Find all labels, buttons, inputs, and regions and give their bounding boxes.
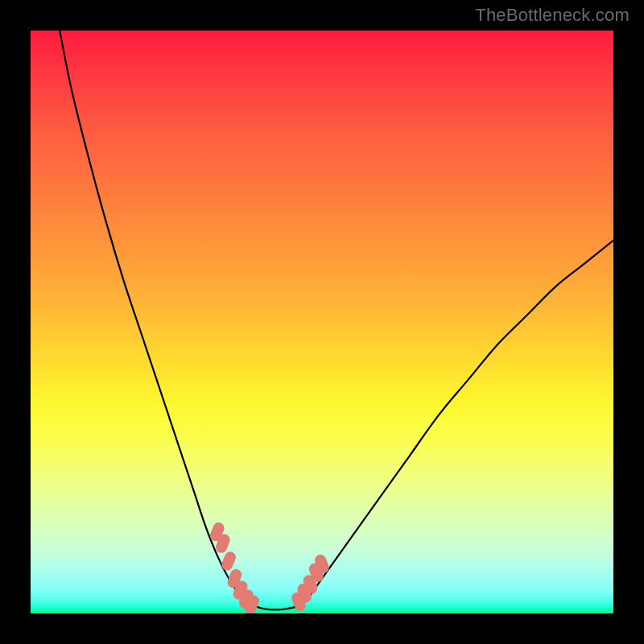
bottleneck-curve bbox=[60, 31, 613, 609]
plot-area bbox=[31, 31, 613, 613]
watermark-text: TheBottleneck.com bbox=[475, 5, 630, 26]
curve-canvas bbox=[31, 31, 613, 613]
curve-group bbox=[60, 31, 613, 609]
chart-frame: TheBottleneck.com bbox=[0, 0, 644, 644]
marker-group bbox=[208, 521, 331, 613]
